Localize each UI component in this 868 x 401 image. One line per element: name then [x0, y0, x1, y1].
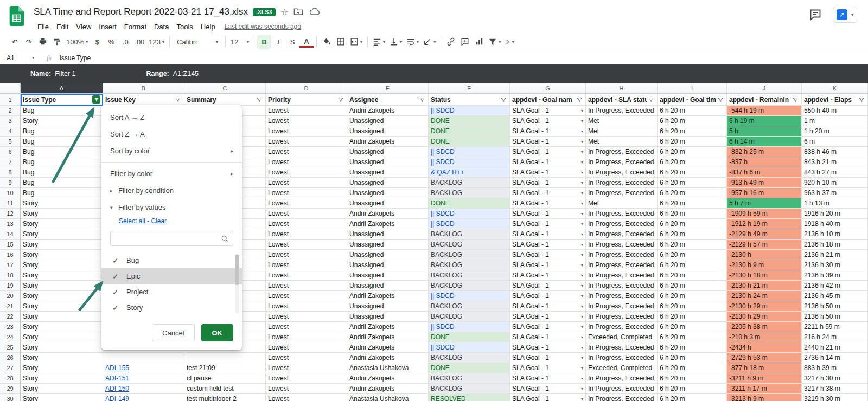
cell-priority[interactable]: Lowest: [266, 229, 347, 240]
undo-button[interactable]: ↶: [8, 35, 22, 49]
cell-assignee[interactable]: Unassigned: [347, 229, 429, 240]
bold-button[interactable]: B: [257, 35, 271, 49]
cell-sla-status[interactable]: Met: [586, 198, 658, 209]
cell-assignee[interactable]: Unassigned: [347, 116, 429, 126]
cell-elapsed[interactable]: 2136 h 39 m: [802, 270, 868, 281]
cell-assignee[interactable]: Unassigned: [347, 178, 429, 188]
cell-assignee[interactable]: Andrii Zakopets: [347, 137, 429, 147]
cell-goal-time[interactable]: 6 h 20 m: [658, 126, 727, 137]
cell-elapsed[interactable]: 2211 h 59 m: [802, 322, 868, 332]
menu-item-sort-by-color[interactable]: Sort by color ▸: [101, 143, 242, 159]
cell-goal-time[interactable]: 6 h 20 m: [658, 147, 727, 157]
row-number[interactable]: 11: [0, 198, 21, 209]
cell-goal-name[interactable]: SLA Goal - 1▾: [510, 209, 586, 219]
merge-cells-button[interactable]: ▾: [348, 35, 365, 49]
cell-assignee[interactable]: Unassigned: [347, 147, 429, 157]
row-number[interactable]: 15: [0, 240, 21, 250]
menu-item-filter-by-condition[interactable]: ▸ Filter by condition: [101, 182, 242, 199]
cell-priority[interactable]: Lowest: [266, 312, 347, 322]
row-number[interactable]: 26: [0, 353, 21, 363]
cell-elapsed[interactable]: 3219 h 30 m: [802, 394, 868, 401]
menu-edit[interactable]: Edit: [53, 22, 72, 32]
cell-issue-key[interactable]: ADI-155: [103, 363, 184, 373]
row-number[interactable]: 3: [0, 116, 21, 126]
cell-elapsed[interactable]: 1 m: [802, 116, 868, 126]
cell-elapsed[interactable]: 2136 h 45 m: [802, 291, 868, 301]
cell-remaining[interactable]: -2130 h 18 m: [727, 270, 802, 281]
cell-goal-name[interactable]: SLA Goal - 1▾: [510, 394, 586, 401]
column-header-D[interactable]: Priority: [266, 94, 347, 106]
row-number[interactable]: 8: [0, 167, 21, 178]
column-header-K[interactable]: appdevi - Elaps: [802, 94, 868, 106]
cell-goal-time[interactable]: 6 h 20 m: [658, 260, 727, 270]
cell-goal-name[interactable]: SLA Goal - 1▾: [510, 167, 586, 178]
cell-assignee[interactable]: Andrii Zakopets: [347, 291, 429, 301]
font-size-select[interactable]: 12 ▾: [228, 35, 251, 49]
cell-status[interactable]: BACKLOG: [429, 301, 510, 312]
cell-assignee[interactable]: Andrii Zakopets: [347, 209, 429, 219]
filter-search-input[interactable]: [115, 235, 221, 242]
cell-assignee[interactable]: Anastasia Ushakova: [347, 394, 429, 401]
row-number[interactable]: 9: [0, 178, 21, 188]
cell-sla-status[interactable]: In Progress, Exceeded: [586, 219, 658, 229]
select-all-link[interactable]: Select all: [119, 217, 145, 225]
cell-status[interactable]: || SDCD: [429, 291, 510, 301]
filter-funnel-icon[interactable]: [174, 95, 182, 104]
cell-issue-type[interactable]: Story: [21, 384, 103, 394]
cell-goal-name[interactable]: SLA Goal - 1▾: [510, 198, 586, 209]
cell-assignee[interactable]: Anastasia Ushakova: [347, 363, 429, 373]
cell-remaining[interactable]: -2130 h 29 m: [727, 301, 802, 312]
column-header-I[interactable]: appdevi - Goal tim: [658, 94, 727, 106]
cell-summary[interactable]: cf pause: [184, 373, 266, 384]
star-icon[interactable]: ☆: [280, 7, 288, 17]
font-family-select[interactable]: Calibri ▾: [173, 35, 222, 49]
column-letter-C[interactable]: C: [184, 83, 266, 94]
cell-goal-time[interactable]: 6 h 20 m: [658, 312, 727, 322]
cell-issue-type[interactable]: Story: [21, 270, 103, 281]
cloud-status-icon[interactable]: [309, 8, 320, 16]
cell-assignee[interactable]: Unassigned: [347, 281, 429, 291]
cell-assignee[interactable]: Unassigned: [347, 157, 429, 167]
vertical-align-button[interactable]: ▾: [387, 35, 404, 49]
cell-elapsed[interactable]: 2736 h 14 m: [802, 353, 868, 363]
cell-sla-status[interactable]: Exceeded, Completed: [586, 363, 658, 373]
functions-button[interactable]: Σ ▾: [503, 35, 517, 49]
row-number[interactable]: 20: [0, 291, 21, 301]
filter-value-epic[interactable]: ✓Epic: [101, 268, 242, 284]
cell-goal-time[interactable]: 6 h 20 m: [658, 250, 727, 260]
increase-decimal-button[interactable]: .00: [132, 35, 146, 49]
cell-elapsed[interactable]: 1918 h 40 m: [802, 219, 868, 229]
menu-item-sort-az[interactable]: Sort A → Z: [101, 109, 242, 126]
cell-assignee[interactable]: Andrii Zakopets: [347, 373, 429, 384]
cell-goal-name[interactable]: SLA Goal - 1▾: [510, 281, 586, 291]
menu-item-filter-by-values[interactable]: ▾ Filter by values: [101, 199, 242, 216]
cell-goal-time[interactable]: 6 h 20 m: [658, 363, 727, 373]
cell-summary[interactable]: test multitrigger 2: [184, 394, 266, 401]
cell-elapsed[interactable]: 550 h 40 m: [802, 106, 868, 116]
insert-comment-button[interactable]: [458, 35, 472, 49]
column-letter-E[interactable]: E: [347, 83, 429, 94]
cell-goal-time[interactable]: 6 h 20 m: [658, 209, 727, 219]
cell-goal-name[interactable]: SLA Goal - 1▾: [510, 353, 586, 363]
filter-funnel-icon[interactable]: [647, 95, 655, 104]
row-number[interactable]: 29: [0, 384, 21, 394]
cell-remaining[interactable]: -913 h 49 m: [727, 178, 802, 188]
cell-sla-status[interactable]: In Progress, Exceeded: [586, 312, 658, 322]
column-letter-J[interactable]: J: [727, 83, 802, 94]
cell-remaining[interactable]: -3211 h 9 m: [727, 373, 802, 384]
cell-issue-type[interactable]: Story: [21, 342, 103, 353]
cell-status[interactable]: DONE: [429, 126, 510, 137]
cell-status[interactable]: || SDCD: [429, 342, 510, 353]
format-percent-button[interactable]: %: [104, 35, 118, 49]
cell-assignee[interactable]: Unassigned: [347, 270, 429, 281]
cell-remaining[interactable]: -2130 h: [727, 250, 802, 260]
row-number[interactable]: 24: [0, 332, 21, 342]
cell-priority[interactable]: Lowest: [266, 301, 347, 312]
cell-priority[interactable]: Lowest: [266, 250, 347, 260]
cell-priority[interactable]: Lowest: [266, 394, 347, 401]
menu-format[interactable]: Format: [120, 22, 150, 32]
text-wrap-button[interactable]: ▾: [404, 35, 421, 49]
cell-issue-type[interactable]: Story: [21, 301, 103, 312]
cell-goal-name[interactable]: SLA Goal - 1▾: [510, 332, 586, 342]
cell-sla-status[interactable]: In Progress, Exceeded: [586, 209, 658, 219]
